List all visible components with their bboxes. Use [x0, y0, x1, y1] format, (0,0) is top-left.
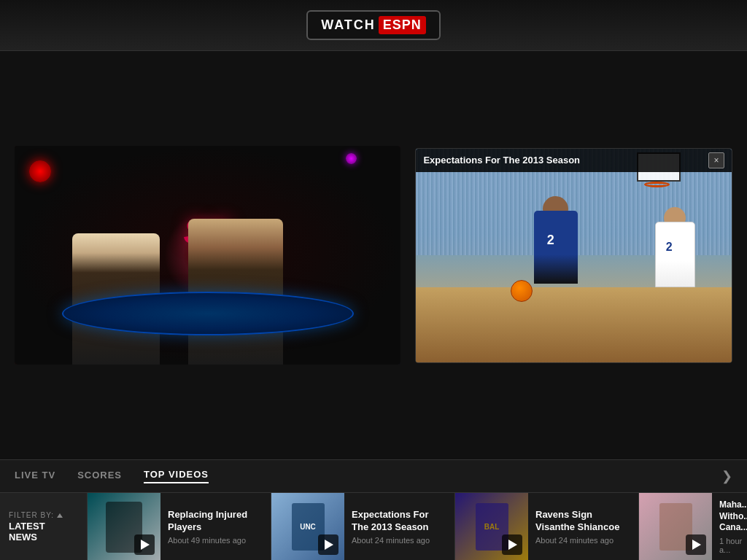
tab-live-tv[interactable]: LIVE TV — [15, 470, 55, 483]
play-icon-1 — [134, 534, 155, 555]
overlay-title: Expectations For The 2013 Season — [423, 155, 580, 166]
play-triangle-2 — [325, 540, 333, 550]
logo-espn-text: ESPN — [379, 16, 426, 34]
main-content: SC Expectations For The 2013 Season × — [0, 51, 747, 459]
player-unc-number: 2 — [666, 241, 673, 254]
player-unc-body: 2 — [655, 222, 695, 287]
studio-background: SC — [15, 146, 400, 365]
watchespn-logo: WATCH ESPN — [306, 10, 441, 40]
close-button[interactable]: × — [708, 152, 724, 168]
video-info-3: Ravens Sign Visanthe Shiancoe About 24 m… — [528, 503, 638, 551]
play-triangle-3 — [508, 540, 517, 550]
video-thumb-3: BAL — [455, 493, 528, 560]
overlay-title-bar: Expectations For The 2013 Season × — [416, 149, 732, 172]
header: WATCH ESPN — [0, 0, 747, 51]
video-thumb-1 — [88, 493, 160, 560]
video-info-4: Maha...Witho...Cana... 1 hour a... — [712, 494, 747, 560]
studio-scene: SC — [15, 146, 400, 365]
video-thumb-4 — [639, 493, 712, 560]
video-time-3: About 24 minutes ago — [535, 536, 631, 545]
logo-watch-text: WATCH — [321, 18, 376, 33]
tab-top-videos[interactable]: TOP VIDEOS — [144, 469, 209, 483]
video-card-2[interactable]: UNC Expectations For The 2013 Season Abo… — [271, 493, 455, 560]
play-icon-4 — [686, 534, 706, 555]
video-thumb-2: UNC — [271, 493, 344, 560]
video-card-1[interactable]: Replacing Injured Players About 49 minut… — [88, 493, 271, 560]
tab-chevron-icon[interactable]: ❯ — [721, 468, 732, 484]
video-time-1: About 49 minutes ago — [168, 536, 263, 545]
filter-by[interactable]: FILTER BY: LATESTNEWS — [0, 493, 88, 560]
red-studio-light — [29, 160, 51, 182]
video-time-2: About 24 minutes ago — [352, 536, 447, 545]
video-title-2: Expectations For The 2013 Season — [352, 509, 447, 534]
filter-label: FILTER BY: — [9, 511, 63, 519]
studio-desk-ellipse — [62, 292, 354, 335]
tab-scores[interactable]: SCORES — [77, 470, 122, 483]
filter-triangle-icon — [57, 513, 63, 518]
filter-value: LATESTNEWS — [9, 521, 45, 542]
basketball-scene: 2 2 — [416, 149, 732, 362]
video-title-3: Ravens Sign Visanthe Shiancoe — [535, 509, 631, 534]
bottom-bar: LIVE TV SCORES TOP VIDEOS ❯ FILTER BY: L… — [0, 459, 747, 560]
play-triangle-4 — [692, 540, 701, 550]
right-video-container: Expectations For The 2013 Season × 2 — [415, 148, 732, 363]
purple-studio-light — [346, 153, 357, 164]
video-time-4: 1 hour a... — [719, 537, 747, 554]
play-icon-3 — [502, 534, 522, 555]
videos-row: FILTER BY: LATESTNEWS Replacing Injured … — [0, 493, 747, 560]
play-icon-2 — [318, 534, 338, 555]
player-duke: 2 — [527, 196, 585, 298]
player-unc: 2 — [649, 207, 700, 302]
video-card-4-partial[interactable]: Maha...Witho...Cana... 1 hour a... — [639, 493, 747, 560]
player-duke-number: 2 — [547, 233, 554, 248]
video-info-1: Replacing Injured Players About 49 minut… — [160, 503, 271, 551]
video-info-2: Expectations For The 2013 Season About 2… — [344, 503, 454, 551]
video-title-4: Maha...Witho...Cana... — [719, 499, 747, 534]
play-triangle-1 — [141, 540, 150, 550]
hoop-rim — [644, 182, 670, 187]
video-card-3[interactable]: BAL Ravens Sign Visanthe Shiancoe About … — [455, 493, 639, 560]
video-title-1: Replacing Injured Players — [168, 509, 263, 534]
video-overlay-panel: Expectations For The 2013 Season × 2 — [415, 148, 732, 363]
player-duke-body: 2 — [534, 211, 578, 284]
tabs-row: LIVE TV SCORES TOP VIDEOS ❯ — [0, 460, 747, 493]
left-video-panel[interactable]: SC — [15, 146, 400, 365]
